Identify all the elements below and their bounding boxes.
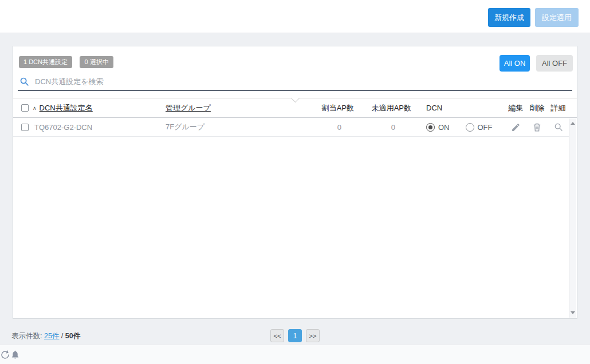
dcn-off-label: OFF [478,123,493,132]
badge-group: 1 DCN共通設定 0 選択中 [19,56,119,68]
delete-button[interactable] [526,122,548,132]
pagination: << 1 >> [0,329,590,342]
column-dcn: DCN [411,104,505,112]
row-checkbox[interactable] [21,124,29,131]
notifications-button[interactable] [10,350,20,359]
detail-magnifier-icon [554,122,563,132]
dcn-on-label: ON [438,123,450,132]
detail-button[interactable] [548,122,569,132]
bell-icon [10,350,20,359]
column-delete: 削除 [526,103,548,113]
row-checkbox-cell [21,124,33,131]
table-header-row: ∧ DCN共通設定名 管理グループ 割当AP数 未適用AP数 DCN 編集 削除… [13,98,577,118]
prev-page-button[interactable]: << [270,329,284,342]
apply-settings-button[interactable]: 設定適用 [535,8,579,27]
current-page-button[interactable]: 1 [288,329,302,342]
trash-icon [532,122,542,132]
table-scrollbar[interactable] [569,118,576,318]
all-off-button[interactable]: All OFF [536,55,573,72]
create-button[interactable]: 新規作成 [488,8,530,27]
search-icon [19,77,29,86]
select-all-checkbox[interactable] [21,104,29,112]
all-on-button[interactable]: All ON [499,55,530,72]
row-assigned-ap: 0 [307,123,354,132]
search-bar [18,73,572,91]
footer-bar [0,345,590,364]
pencil-icon [511,122,521,132]
scroll-up-arrow-icon[interactable] [571,122,575,125]
header-checkbox-cell [21,104,33,112]
column-edit: 編集 [505,103,526,113]
header-name-cell: ∧ DCN共通設定名 [33,103,166,113]
edit-button[interactable] [505,122,526,132]
table-row: TQ6702-G2-DCN 7Fグループ 0 0 ON OFF [13,118,569,137]
refresh-icon [0,350,10,360]
row-name: TQ6702-G2-DCN [33,123,166,132]
dcn-on-radio[interactable] [426,123,435,132]
dcn-off-radio[interactable] [466,123,474,132]
column-assigned-ap: 割当AP数 [307,103,354,113]
search-input[interactable] [35,77,572,86]
refresh-button[interactable] [0,350,10,360]
sort-asc-icon[interactable]: ∧ [33,105,37,111]
dcn-count-badge: 1 DCN共通設定 [19,56,72,68]
row-dcn-cell: ON OFF [411,123,505,132]
column-unapplied-ap: 未適用AP数 [354,103,411,113]
top-action-bar: 新規作成 設定適用 [0,0,590,33]
column-detail: 詳細 [548,103,569,113]
row-unapplied-ap: 0 [354,123,411,132]
next-page-button[interactable]: >> [306,329,320,342]
scroll-down-arrow-icon[interactable] [571,311,575,314]
dcn-settings-panel: 1 DCN共通設定 0 選択中 All ON All OFF ∧ DCN共通設定… [13,46,577,319]
column-group[interactable]: 管理グループ [166,103,211,113]
header-group-cell: 管理グループ [166,103,307,113]
row-group: 7Fグループ [166,122,307,132]
selected-count-badge: 0 選択中 [80,56,113,68]
column-name[interactable]: DCN共通設定名 [40,103,93,113]
